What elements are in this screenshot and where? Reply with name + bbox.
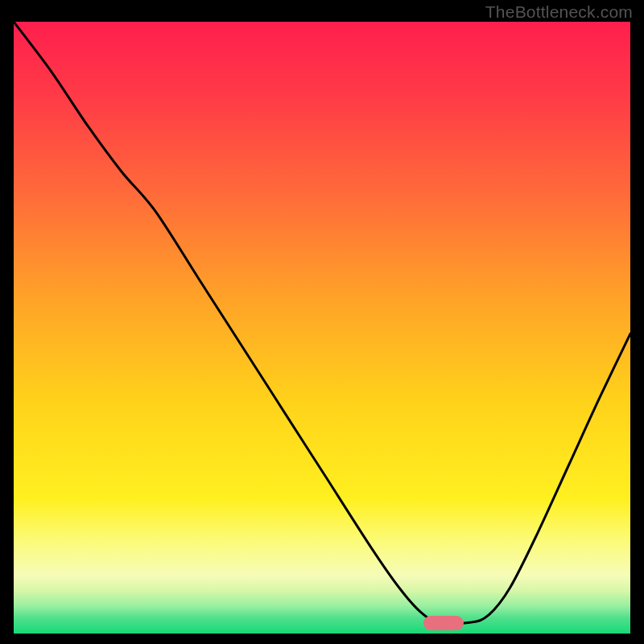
- bottleneck-curve: [14, 22, 630, 634]
- plot-area: [14, 22, 630, 634]
- optimal-marker: [423, 616, 464, 630]
- watermark-text: TheBottleneck.com: [485, 2, 633, 22]
- chart-frame: TheBottleneck.com: [0, 0, 644, 644]
